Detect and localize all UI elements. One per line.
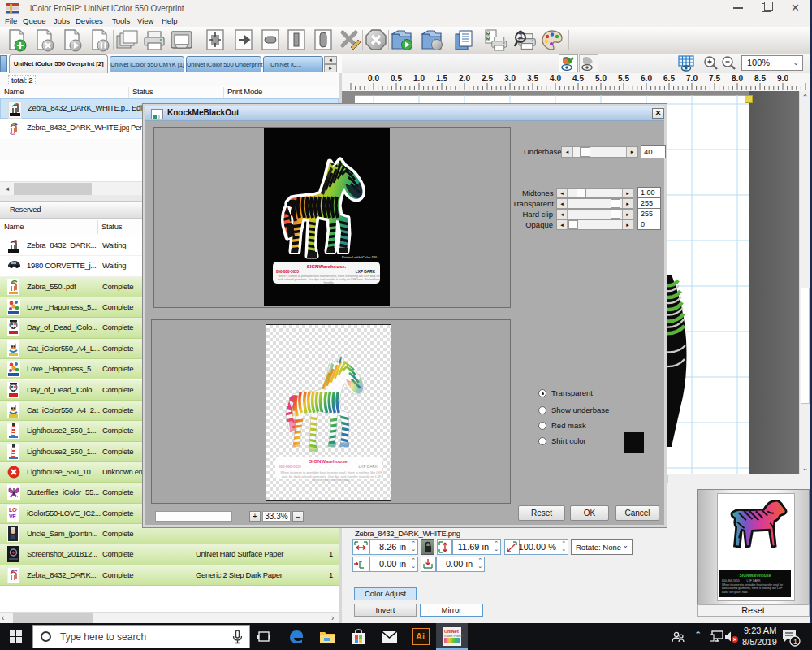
svg-text:1.0: 1.0 — [413, 74, 425, 83]
svg-text:0.0: 0.0 — [368, 74, 379, 83]
svg-text:6.0: 6.0 — [641, 74, 652, 83]
svg-text:9.0: 9.0 — [777, 74, 788, 83]
svg-text:4.0: 4.0 — [550, 74, 561, 83]
svg-text:8.0: 8.0 — [732, 74, 743, 83]
svg-text:8.5: 8.5 — [754, 74, 766, 83]
svg-text:VE: VE — [9, 514, 16, 519]
svg-text:7.0: 7.0 — [686, 74, 698, 83]
svg-text:1.5: 1.5 — [436, 74, 447, 83]
svg-text:3.5: 3.5 — [527, 74, 538, 83]
svg-text:6.5: 6.5 — [663, 74, 675, 83]
svg-text:0.5: 0.5 — [391, 74, 402, 83]
svg-text:1: 1 — [793, 638, 797, 646]
svg-text:5.5: 5.5 — [618, 74, 629, 83]
svg-text:3.0: 3.0 — [504, 74, 516, 83]
svg-text:2.5: 2.5 — [482, 74, 493, 83]
svg-text:7.5: 7.5 — [709, 74, 720, 83]
svg-text:5.0: 5.0 — [595, 74, 607, 83]
svg-text:2.0: 2.0 — [459, 74, 470, 83]
svg-text:4.5: 4.5 — [572, 74, 584, 83]
